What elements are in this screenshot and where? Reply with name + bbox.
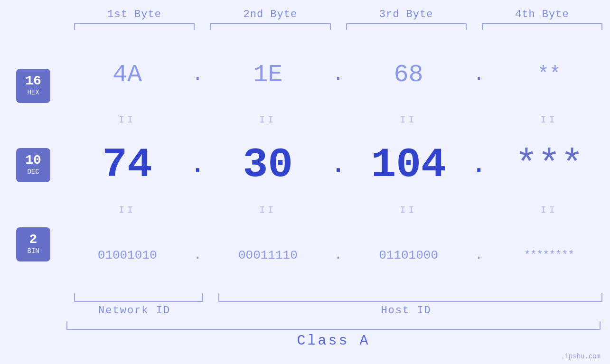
badge-column: 16 HEX 10 DEC 2 BIN	[0, 37, 66, 293]
dec-row: 74 . 30 . 104 . ***	[66, 127, 610, 203]
eq2-2: II	[207, 205, 328, 215]
bracket-byte2	[210, 23, 330, 32]
eq2-1: II	[66, 205, 188, 215]
dot-bin-3: .	[469, 248, 488, 262]
eq2-3: II	[348, 205, 469, 215]
dot-dec-1: .	[188, 149, 207, 181]
dot-dec-2: .	[329, 149, 348, 181]
hex-badge: 16 HEX	[16, 69, 50, 103]
hex-val-2: 1E	[253, 61, 282, 89]
labels-row: Network ID Host ID	[66, 305, 610, 317]
network-id-label: Network ID	[66, 305, 202, 317]
bin-val-1: 01001010	[98, 248, 157, 262]
bottom-section: Network ID Host ID	[66, 293, 610, 317]
bin-cell-1: 01001010	[66, 248, 188, 262]
equals-row-2: II II II II	[66, 203, 610, 217]
byte1-header: 1st Byte	[66, 9, 202, 20]
eq1-3: II	[348, 114, 469, 125]
hex-cell-3: 68	[348, 61, 469, 89]
eq1-1: II	[66, 114, 188, 125]
eq1-2: II	[207, 114, 328, 125]
bracket-byte4	[482, 23, 602, 32]
dec-cell-1: 74	[66, 141, 188, 188]
eq1-4: II	[488, 114, 610, 125]
hex-cell-4: **	[488, 63, 610, 86]
bin-val-3: 01101000	[379, 248, 438, 262]
top-brackets	[66, 23, 610, 32]
hex-badge-num: 16	[25, 75, 41, 88]
dec-badge-label: DEC	[27, 168, 39, 176]
dec-cell-2: 30	[207, 141, 328, 188]
eq2-4: II	[488, 205, 610, 215]
class-label-row: Class A	[66, 333, 601, 349]
hex-val-4: **	[537, 63, 561, 86]
byte4-header: 4th Byte	[474, 9, 610, 20]
data-columns: 4A . 1E . 68 . ** II II	[66, 37, 610, 293]
hex-val-3: 68	[394, 61, 423, 89]
dot-hex-3: .	[469, 64, 488, 85]
dot-bin-2: .	[329, 248, 348, 262]
dec-badge-num: 10	[25, 154, 41, 167]
hex-val-1: 4A	[113, 61, 142, 89]
footer: ipshu.com	[0, 353, 610, 364]
main-area: 16 HEX 10 DEC 2 BIN 4A . 1E	[0, 37, 610, 293]
footer-text: ipshu.com	[564, 353, 601, 360]
hex-row: 4A . 1E . 68 . **	[66, 37, 610, 112]
hex-cell-2: 1E	[207, 61, 328, 89]
class-bracket	[66, 321, 601, 330]
dec-badge: 10 DEC	[16, 148, 50, 182]
bin-cell-2: 00011110	[207, 248, 328, 262]
bin-cell-4: ********	[488, 249, 610, 261]
host-id-label: Host ID	[202, 305, 610, 317]
bracket-byte1	[74, 23, 195, 32]
bin-badge-label: BIN	[27, 247, 39, 255]
main-container: 1st Byte 2nd Byte 3rd Byte 4th Byte 16 H…	[0, 0, 610, 364]
dot-hex-2: .	[329, 64, 348, 85]
network-bracket	[74, 293, 203, 302]
bracket-byte3	[346, 23, 467, 32]
byte2-header: 2nd Byte	[202, 9, 338, 20]
bin-cell-3: 01101000	[348, 248, 469, 262]
dot-hex-1: .	[188, 64, 207, 85]
hex-cell-1: 4A	[66, 61, 188, 89]
bin-badge: 2 BIN	[16, 227, 50, 261]
class-section: Class A	[66, 321, 601, 349]
bottom-brackets	[66, 293, 610, 302]
dot-bin-1: .	[188, 248, 207, 262]
dec-val-4: ***	[515, 143, 583, 187]
host-bracket	[218, 293, 602, 302]
byte3-header: 3rd Byte	[338, 9, 474, 20]
bin-row: 01001010 . 00011110 . 01101000 . *******…	[66, 217, 610, 293]
dec-cell-4: ***	[488, 143, 610, 187]
class-label: Class A	[297, 333, 370, 349]
bin-badge-num: 2	[29, 233, 38, 246]
bin-val-4: ********	[524, 249, 574, 261]
dot-dec-3: .	[469, 149, 488, 181]
dec-val-2: 30	[243, 141, 293, 188]
hex-badge-label: HEX	[27, 89, 39, 97]
dec-val-1: 74	[102, 141, 152, 188]
equals-row-1: II II II II	[66, 112, 610, 127]
dec-val-3: 104	[371, 141, 446, 188]
dec-cell-3: 104	[348, 141, 469, 188]
byte-headers: 1st Byte 2nd Byte 3rd Byte 4th Byte	[66, 9, 610, 20]
bin-val-2: 00011110	[238, 248, 298, 262]
